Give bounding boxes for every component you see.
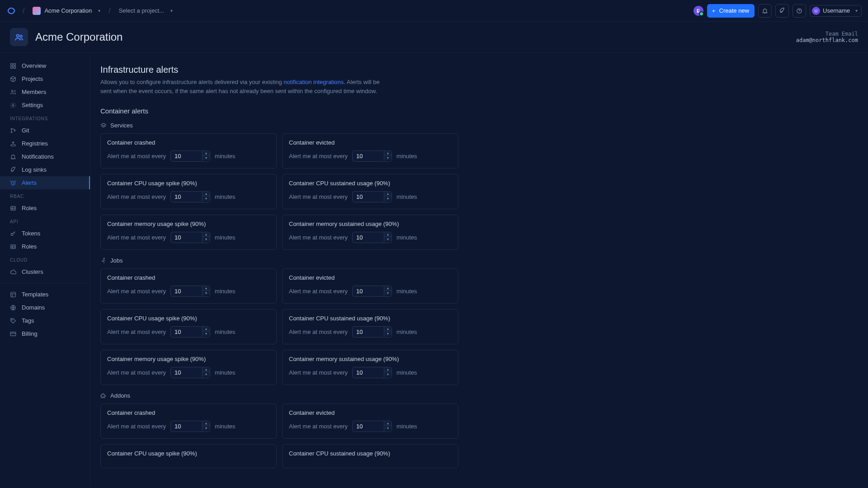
alert-interval-stepper[interactable]: ▲▼ <box>170 191 210 202</box>
stepper-up[interactable]: ▲ <box>384 327 392 331</box>
stepper-down[interactable]: ▼ <box>384 331 392 336</box>
alert-interval-stepper[interactable]: ▲▼ <box>352 367 392 378</box>
stepper-down[interactable]: ▼ <box>203 426 210 430</box>
sidebar-item-notifications[interactable]: Notifications <box>0 150 90 163</box>
sidebar-item-members[interactable]: Members <box>0 85 90 99</box>
alert-interval-stepper[interactable]: ▲▼ <box>170 286 210 297</box>
alert-interval-input[interactable] <box>352 421 384 432</box>
stepper-down[interactable]: ▼ <box>203 155 210 160</box>
stepper-up[interactable]: ▲ <box>203 151 210 155</box>
notifications-button[interactable] <box>758 4 772 18</box>
alert-interval-stepper[interactable]: ▲▼ <box>170 326 210 338</box>
alert-title: Container memory usage spike (90%) <box>107 356 270 362</box>
stepper-up[interactable]: ▲ <box>384 421 392 426</box>
alert-interval-stepper[interactable]: ▲▼ <box>170 367 210 378</box>
sidebar-item-settings[interactable]: Settings <box>0 99 90 112</box>
sidebar-item-templates[interactable]: Templates <box>0 288 90 301</box>
alert-interval-input[interactable] <box>170 421 202 432</box>
stepper-down[interactable]: ▼ <box>384 426 392 430</box>
presence-avatar[interactable]: E <box>693 6 703 16</box>
alert-suffix-label: minutes <box>396 328 417 335</box>
alert-interval-stepper[interactable]: ▲▼ <box>352 326 392 338</box>
alert-interval-input[interactable] <box>170 232 202 243</box>
sidebar-item-log-sinks[interactable]: Log sinks <box>0 163 90 176</box>
stepper-up[interactable]: ▲ <box>203 286 210 291</box>
stepper-up[interactable]: ▲ <box>203 367 210 372</box>
sidebar-item-projects[interactable]: Projects <box>0 72 90 85</box>
alert-prefix-label: Alert me at most every <box>289 423 348 430</box>
alert-interval-input[interactable] <box>352 286 384 297</box>
stepper-down[interactable]: ▼ <box>203 291 210 295</box>
stepper-down[interactable]: ▼ <box>384 196 392 201</box>
sidebar-item-registries[interactable]: Registries <box>0 137 90 150</box>
sidebar-item-tokens[interactable]: Tokens <box>0 227 90 240</box>
alert-interval-stepper[interactable]: ▲▼ <box>352 421 392 432</box>
alert-interval-stepper[interactable]: ▲▼ <box>170 421 210 432</box>
sidebar-item-alerts[interactable]: Alerts <box>0 176 90 189</box>
alert-interval-input[interactable] <box>352 150 384 162</box>
alert-interval-input[interactable] <box>170 326 202 338</box>
user-menu[interactable]: U Username ▾ <box>810 5 862 17</box>
sidebar-item-git[interactable]: Git <box>0 124 90 137</box>
stepper-up[interactable]: ▲ <box>384 232 392 237</box>
sidebar-item-overview[interactable]: Overview <box>0 59 90 72</box>
sidebar-item-label: Registries <box>22 140 48 147</box>
alert-interval-stepper[interactable]: ▲▼ <box>352 150 392 162</box>
org-selector[interactable]: Acme Corporation ▾ <box>31 5 102 17</box>
stepper-down[interactable]: ▼ <box>384 155 392 160</box>
create-new-button[interactable]: ＋ Create new <box>707 4 755 18</box>
stepper-up[interactable]: ▲ <box>384 151 392 155</box>
alert-title: Container evicted <box>289 139 452 146</box>
logo[interactable] <box>6 6 16 16</box>
sidebar-item-label: Billing <box>22 330 38 337</box>
sidebar-item-roles[interactable]: Roles <box>0 202 90 215</box>
alert-interval-stepper[interactable]: ▲▼ <box>170 150 210 162</box>
stepper-up[interactable]: ▲ <box>203 232 210 237</box>
stepper-down[interactable]: ▼ <box>384 372 392 376</box>
stepper-up[interactable]: ▲ <box>203 192 210 196</box>
alert-card: Container memory usage spike (90%)Alert … <box>100 350 277 385</box>
stepper-up[interactable]: ▲ <box>384 286 392 291</box>
layers-icon <box>100 122 107 129</box>
alert-interval-input[interactable] <box>170 191 202 202</box>
stepper-up[interactable]: ▲ <box>384 192 392 196</box>
alert-title: Container CPU usage spike (90%) <box>107 180 270 187</box>
stepper-up[interactable]: ▲ <box>384 367 392 372</box>
stepper-up[interactable]: ▲ <box>203 327 210 331</box>
alert-interval-input[interactable] <box>170 286 202 297</box>
sidebar-item-clusters[interactable]: Clusters <box>0 265 90 278</box>
sidebar-item-domains[interactable]: Domains <box>0 301 90 314</box>
page-title: Infrastructure alerts <box>100 65 858 75</box>
sidebar-item-billing[interactable]: Billing <box>0 327 90 340</box>
stepper-down[interactable]: ▼ <box>203 331 210 336</box>
svg-point-10 <box>11 131 12 132</box>
alert-interval-input[interactable] <box>352 232 384 243</box>
alert-interval-stepper[interactable]: ▲▼ <box>352 286 392 297</box>
stepper-up[interactable]: ▲ <box>203 421 210 426</box>
alert-interval-input[interactable] <box>170 367 202 378</box>
alert-interval-input[interactable] <box>170 150 202 162</box>
notification-integrations-link[interactable]: notification integrations <box>283 79 344 85</box>
sidebar-item-label: Members <box>22 89 46 95</box>
stepper-down[interactable]: ▼ <box>203 372 210 376</box>
alert-interval-stepper[interactable]: ▲▼ <box>352 232 392 243</box>
alert-suffix-label: minutes <box>396 193 417 200</box>
rocket-button[interactable] <box>775 4 789 18</box>
alert-interval-input[interactable] <box>352 367 384 378</box>
sidebar-item-label: Tags <box>22 317 34 324</box>
chevron-down-icon: ▾ <box>170 8 173 13</box>
alert-interval-input[interactable] <box>352 326 384 338</box>
project-selector[interactable]: Select a project... ▾ <box>117 5 175 16</box>
alert-interval-stepper[interactable]: ▲▼ <box>352 191 392 202</box>
alert-interval-stepper[interactable]: ▲▼ <box>170 232 210 243</box>
help-button[interactable] <box>793 4 806 18</box>
stepper-down[interactable]: ▼ <box>203 237 210 241</box>
stepper-down[interactable]: ▼ <box>384 291 392 295</box>
svg-rect-5 <box>11 66 13 68</box>
sidebar-item-roles[interactable]: Roles <box>0 240 90 253</box>
sidebar-item-tags[interactable]: Tags <box>0 314 90 327</box>
stepper-down[interactable]: ▼ <box>384 237 392 241</box>
stepper-down[interactable]: ▼ <box>203 196 210 201</box>
alert-interval-input[interactable] <box>352 191 384 202</box>
git-icon <box>10 127 16 134</box>
